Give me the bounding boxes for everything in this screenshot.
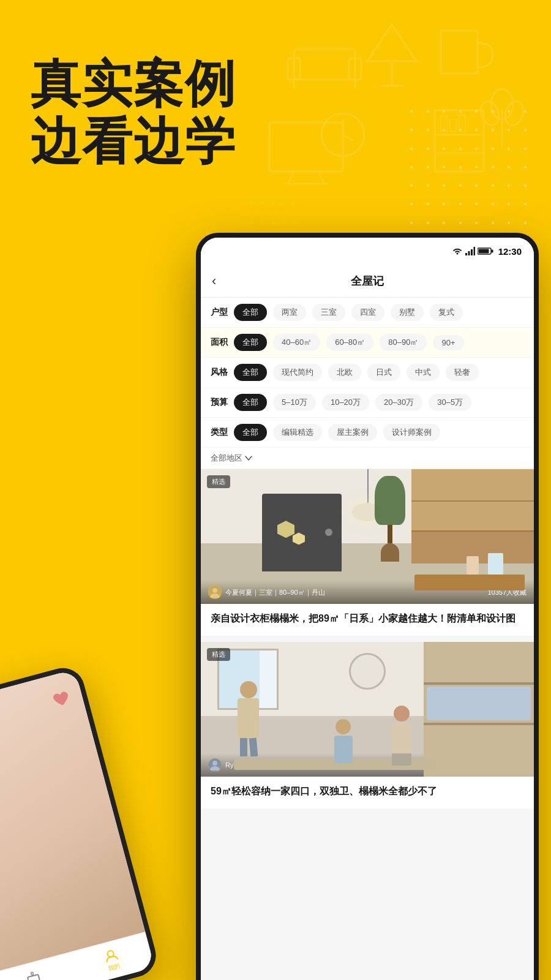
case-title-1: 亲自设计衣柜榻榻米，把89㎡「日系」小家越住越大！附清单和设计图 bbox=[201, 604, 534, 636]
filter-tag-90plus[interactable]: 90+ bbox=[433, 335, 463, 350]
filter-row-mianji: 面积 全部 40–60㎡ 60–80㎡ 80–90㎡ 90+ bbox=[201, 328, 534, 358]
case-user-info-1: 今夏何夏｜三室｜80–90㎡｜丹山 bbox=[225, 588, 325, 597]
nav-item-wode[interactable]: 我的 bbox=[103, 947, 122, 973]
user-avatar-2 bbox=[208, 758, 222, 772]
case-badge-2: 精选 bbox=[207, 648, 230, 661]
svg-point-41 bbox=[212, 761, 217, 766]
svg-rect-22 bbox=[269, 123, 343, 172]
svg-point-12 bbox=[502, 99, 527, 127]
filter-tag-20-30[interactable]: 20–30万 bbox=[375, 394, 422, 411]
filter-label-huxing: 户型 bbox=[211, 307, 228, 318]
filter-tag-30-50[interactable]: 30–5万 bbox=[429, 394, 471, 411]
filter-tag-xiandai[interactable]: 现代简约 bbox=[273, 364, 322, 381]
back-button[interactable]: ‹ bbox=[212, 273, 216, 289]
filter-tag-wuzhu[interactable]: 屋主案例 bbox=[328, 424, 377, 441]
svg-text:+ + + + +: + + + + + bbox=[248, 216, 298, 229]
filter-tag-40-60[interactable]: 40–60㎡ bbox=[273, 334, 320, 351]
svg-line-24 bbox=[318, 172, 324, 184]
filter-tag-quanbu-mianji[interactable]: 全部 bbox=[234, 334, 267, 351]
filter-tag-shejishi[interactable]: 设计师案例 bbox=[383, 424, 440, 441]
svg-rect-32 bbox=[468, 251, 470, 255]
filter-row-huxing: 户型 全部 两室 三室 四室 别墅 复式 bbox=[201, 298, 534, 328]
filter-tag-60-80[interactable]: 60–80㎡ bbox=[326, 334, 373, 351]
filter-tag-bieshu[interactable]: 别墅 bbox=[391, 304, 424, 321]
battery-icon bbox=[478, 247, 493, 255]
filter-tag-5-10[interactable]: 5–10万 bbox=[273, 394, 316, 411]
filter-section: 户型 全部 两室 三室 四室 别墅 复式 面积 全部 40–60㎡ 60–80㎡… bbox=[201, 298, 534, 469]
filter-tag-sishi[interactable]: 四室 bbox=[351, 304, 384, 321]
svg-rect-34 bbox=[473, 247, 475, 255]
svg-line-23 bbox=[288, 172, 294, 184]
svg-line-15 bbox=[343, 135, 354, 141]
svg-rect-36 bbox=[491, 250, 493, 253]
svg-rect-31 bbox=[465, 253, 467, 255]
svg-point-39 bbox=[212, 588, 217, 593]
case-badge-1: 精选 bbox=[207, 475, 230, 488]
region-label: 全部地区 bbox=[211, 453, 242, 464]
filter-tag-quanbu-fengge[interactable]: 全部 bbox=[234, 364, 267, 381]
svg-text:+ + + + +: + + + + + bbox=[248, 197, 298, 211]
hero-section: 真实案例 边看边学 bbox=[31, 55, 236, 171]
filter-tag-liangshi[interactable]: 两室 bbox=[273, 304, 306, 321]
case-image-2: 精选 Ryan王恒｜一室｜40–60㎡｜北京 6238人收藏 bbox=[201, 642, 534, 777]
nav-item-fuliyuan[interactable]: 福利园 bbox=[22, 967, 46, 980]
svg-rect-0 bbox=[441, 31, 478, 74]
svg-rect-19 bbox=[441, 116, 447, 132]
filter-tag-rishi[interactable]: 日式 bbox=[367, 364, 400, 381]
svg-rect-33 bbox=[471, 249, 473, 255]
svg-rect-20 bbox=[450, 119, 456, 132]
filter-tag-80-90[interactable]: 80–90㎡ bbox=[380, 334, 427, 351]
filter-row-fengge: 风格 全部 现代简约 北欧 日式 中式 轻奢 bbox=[201, 358, 534, 388]
cases-content-area: 精选 今夏何夏｜三室｜80–90㎡｜丹山 10357人收藏 bbox=[201, 469, 534, 980]
svg-rect-29 bbox=[28, 974, 40, 980]
filter-tag-sanshi[interactable]: 三室 bbox=[312, 304, 345, 321]
filter-label-yusuan: 预算 bbox=[211, 397, 228, 408]
filter-tag-bianji[interactable]: 编辑精选 bbox=[273, 424, 322, 441]
wifi-icon bbox=[452, 247, 463, 255]
case-card-2[interactable]: 精选 Ryan王恒｜一室｜40–60㎡｜北京 6238人收藏 bbox=[201, 642, 534, 809]
svg-point-11 bbox=[478, 99, 502, 127]
svg-rect-21 bbox=[459, 115, 465, 132]
app-header: ‹ 全屋记 bbox=[201, 265, 534, 298]
signal-icon bbox=[465, 247, 475, 255]
filter-tag-quanbu-yusuan[interactable]: 全部 bbox=[234, 394, 267, 411]
filter-tag-beieu[interactable]: 北欧 bbox=[328, 364, 361, 381]
time-display: 12:30 bbox=[498, 246, 522, 257]
main-device: 12:30 ‹ 全屋记 户型 全部 两室 三室 四室 别墅 复式 面积 全部 4… bbox=[196, 233, 539, 980]
hero-title-line2: 边看边学 bbox=[31, 113, 236, 170]
filter-label-mianji: 面积 bbox=[211, 337, 228, 348]
page-title: 全屋记 bbox=[351, 274, 384, 288]
filter-tag-quanbu-huxing[interactable]: 全部 bbox=[234, 304, 267, 321]
status-bar: 12:30 bbox=[201, 238, 534, 265]
chevron-down-icon bbox=[245, 456, 252, 461]
user-avatar-1 bbox=[208, 586, 222, 599]
filter-tag-zhongshi[interactable]: 中式 bbox=[407, 364, 440, 381]
filter-tag-10-20[interactable]: 10–20万 bbox=[322, 394, 369, 411]
svg-rect-4 bbox=[294, 49, 355, 80]
region-filter-row[interactable]: 全部地区 bbox=[201, 448, 534, 469]
filter-tag-qingzhe[interactable]: 轻奢 bbox=[446, 364, 479, 381]
case-image-1: 精选 今夏何夏｜三室｜80–90㎡｜丹山 10357人收藏 bbox=[201, 469, 534, 604]
filter-row-yusuan: 预算 全部 5–10万 10–20万 20–30万 30–5万 bbox=[201, 388, 534, 418]
filter-label-fengge: 风格 bbox=[211, 367, 228, 378]
filter-tag-quanbu-leixing[interactable]: 全部 bbox=[234, 424, 267, 441]
case-title-2: 59㎡轻松容纳一家四口，双独卫、榻榻米全都少不了 bbox=[201, 777, 534, 809]
case-card-1[interactable]: 精选 今夏何夏｜三室｜80–90㎡｜丹山 10357人收藏 bbox=[201, 469, 534, 636]
hero-title-line1: 真实案例 bbox=[31, 55, 236, 113]
svg-rect-37 bbox=[478, 249, 489, 254]
filter-row-leixing: 类型 全部 编辑精选 屋主案例 设计师案例 bbox=[201, 418, 534, 448]
filter-label-leixing: 类型 bbox=[211, 427, 228, 438]
background-decoration-svg: + + + + + + + + + + + + + + + bbox=[220, 12, 539, 270]
filter-tag-fushi[interactable]: 复式 bbox=[430, 304, 463, 321]
